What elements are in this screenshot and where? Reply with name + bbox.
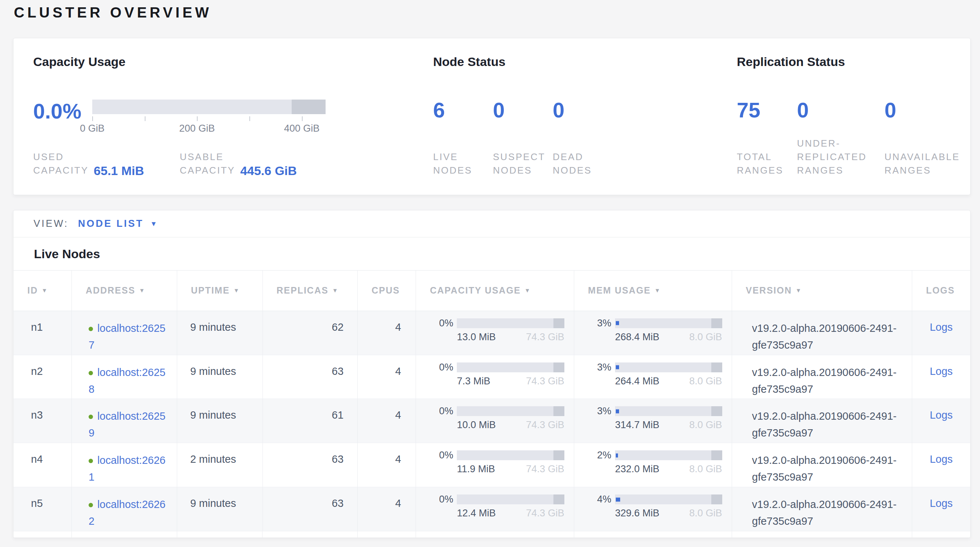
node-live-dot <box>89 503 93 507</box>
node-cpus: 4 <box>358 399 416 443</box>
capacity-total: 74.3 GiB <box>526 375 565 387</box>
mem-total: 8.0 GiB <box>689 463 722 475</box>
node-id: n4 <box>13 443 72 487</box>
logs-link[interactable]: Logs <box>930 498 953 509</box>
mem-percent: 3% <box>588 362 611 373</box>
total-ranges-label: TOTAL RANGES <box>737 150 797 195</box>
capacity-used: 10.0 MiB <box>457 419 496 431</box>
page-title: CLUSTER OVERVIEW <box>14 5 212 21</box>
capacity-bar <box>457 406 565 416</box>
node-id: n5 <box>13 487 72 531</box>
mem-used: 329.6 MiB <box>615 507 660 519</box>
node-address-link[interactable]: localhost:26261 <box>89 452 166 485</box>
node-version: v19.2.0-alpha.20190606-2491-gfe735c9a97 <box>732 355 913 399</box>
node-live-dot <box>89 415 93 419</box>
node-address-link[interactable]: localhost:26258 <box>89 364 166 398</box>
mem-percent: 3% <box>588 405 611 417</box>
node-cpus: 4 <box>358 443 416 487</box>
capacity-bar <box>457 450 565 460</box>
node-logs-cell: Logs <box>912 311 970 355</box>
table-row: n3 localhost:26259 9 minutes 61 4 0% 10.… <box>13 399 970 443</box>
capacity-bar <box>457 363 565 372</box>
mem-bar <box>615 363 722 372</box>
cluster-summary-card: Capacity Usage 0.0% 0 GiB 200 GiB <box>13 38 970 195</box>
table-header-row: ID▼ ADDRESS▼ UPTIME▼ REPLICAS▼ CPUS CAPA… <box>13 270 970 311</box>
node-version: v19.2.0-alpha.20190606-2491-gfe735c9a97 <box>732 487 913 531</box>
capacity-used-percent: 0.0% <box>33 101 92 122</box>
node-live-dot <box>89 327 93 331</box>
table-row: n5 localhost:26262 9 minutes 63 4 0% 12.… <box>13 487 970 531</box>
axis-label: 200 GiB <box>180 123 215 134</box>
mem-percent: 4% <box>588 494 611 505</box>
mem-total: 8.0 GiB <box>689 419 722 431</box>
axis-label: 400 GiB <box>284 123 320 134</box>
node-capacity-usage: 0% 12.4 MiB74.3 GiB <box>416 487 574 531</box>
node-mem-usage: 3% 268.4 MiB8.0 GiB <box>574 311 732 355</box>
column-header-version[interactable]: VERSION▼ <box>732 270 913 311</box>
node-address-link[interactable]: localhost:26262 <box>89 496 166 530</box>
mem-bar <box>615 318 722 328</box>
logs-link[interactable]: Logs <box>930 321 953 333</box>
node-address-cell: localhost:26259 <box>72 399 177 443</box>
capacity-used: 12.4 MiB <box>457 507 496 519</box>
node-cpus: 4 <box>358 311 416 355</box>
capacity-usage-chart: 0.0% 0 GiB 200 GiB 400 GiB <box>33 100 430 135</box>
node-logs-cell: Logs <box>912 443 970 487</box>
node-cpus: 4 <box>358 487 416 531</box>
capacity-used: 11.9 MiB <box>457 463 495 475</box>
node-mem-usage: 2% 232.0 MiB8.0 GiB <box>574 443 732 487</box>
sort-arrow-icon: ▼ <box>233 287 240 294</box>
node-address-link[interactable]: localhost:26259 <box>89 408 166 441</box>
mem-bar <box>615 450 722 460</box>
view-selector[interactable]: NODE LIST ▼ <box>78 218 157 229</box>
node-capacity-usage: 0% 13.0 MiB74.3 GiB <box>416 311 574 355</box>
node-replicas: 63 <box>263 443 358 487</box>
node-replicas: 62 <box>263 311 358 355</box>
table-row: n4 localhost:26261 2 minutes 63 4 0% 11.… <box>13 443 970 487</box>
node-version: v19.2.0-alpha.20190606-2491-gfe735c9a97 <box>732 399 913 443</box>
table-row: n1 localhost:26257 9 minutes 62 4 0% 13.… <box>13 311 970 355</box>
node-address-link[interactable]: localhost:26257 <box>89 320 166 353</box>
column-header-address[interactable]: ADDRESS▼ <box>72 270 177 311</box>
suspect-nodes-value: 0 <box>493 100 553 121</box>
view-label: VIEW: <box>33 218 68 229</box>
capacity-percent: 0% <box>430 494 453 505</box>
node-mem-usage: 3% 314.7 MiB8.0 GiB <box>574 399 732 443</box>
chevron-down-icon: ▼ <box>150 220 157 227</box>
node-id: n2 <box>13 355 72 399</box>
sort-arrow-icon: ▼ <box>525 287 531 294</box>
column-header-id[interactable]: ID▼ <box>13 270 72 311</box>
mem-bar <box>615 406 722 416</box>
suspect-nodes-stat: 0 SUSPECT NODES <box>493 100 553 195</box>
node-cpus: 4 <box>358 355 416 399</box>
mem-total: 8.0 GiB <box>689 507 722 519</box>
logs-link[interactable]: Logs <box>930 409 953 421</box>
view-bar: VIEW: NODE LIST ▼ <box>13 210 970 237</box>
live-nodes-stat: 6 LIVE NODES <box>433 100 493 195</box>
logs-link[interactable]: Logs <box>930 453 953 465</box>
nodes-card: VIEW: NODE LIST ▼ Live Nodes ID▼ ADDRESS… <box>13 210 970 538</box>
sort-arrow-icon: ▼ <box>41 287 48 294</box>
column-header-uptime[interactable]: UPTIME▼ <box>177 270 263 311</box>
column-header-capacity-usage[interactable]: CAPACITY USAGE▼ <box>416 270 574 311</box>
mem-used: 268.4 MiB <box>615 331 660 343</box>
capacity-bar-reserved <box>292 100 326 114</box>
capacity-used: 13.0 MiB <box>457 331 496 343</box>
replication-status-panel: Replication Status 75 TOTAL RANGES 0 UND… <box>724 38 970 195</box>
capacity-used: 7.3 MiB <box>457 375 490 387</box>
logs-link[interactable]: Logs <box>930 366 953 377</box>
node-uptime: 9 minutes <box>177 355 263 399</box>
replication-status-title: Replication Status <box>737 54 970 69</box>
dead-nodes-value: 0 <box>553 100 724 121</box>
used-capacity-value: 65.1 MiB <box>94 164 144 177</box>
capacity-percent: 0% <box>430 405 453 417</box>
column-header-mem-usage[interactable]: MEM USAGE▼ <box>574 270 732 311</box>
column-header-replicas[interactable]: REPLICAS▼ <box>263 270 358 311</box>
node-uptime: 9 minutes <box>177 311 263 355</box>
mem-total: 8.0 GiB <box>689 331 722 343</box>
sort-arrow-icon: ▼ <box>332 287 339 294</box>
mem-percent: 3% <box>588 318 611 329</box>
node-address-cell: localhost:26262 <box>72 487 177 531</box>
sort-arrow-icon: ▼ <box>654 287 661 294</box>
node-mem-usage: 3% 264.4 MiB8.0 GiB <box>574 355 732 399</box>
